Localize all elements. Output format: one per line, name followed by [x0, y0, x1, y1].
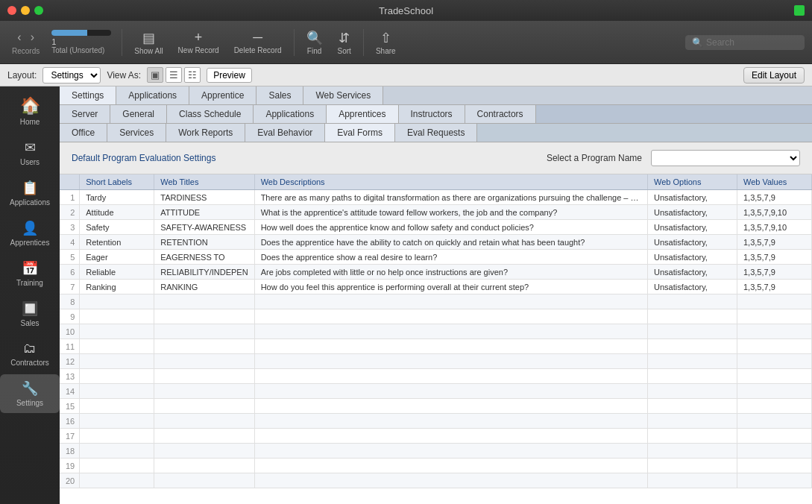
cell-web-desc[interactable]: [254, 414, 647, 429]
sidebar-item-users[interactable]: ✉ Users: [0, 133, 60, 172]
cell-short[interactable]: Reliable: [80, 265, 154, 280]
cell-short[interactable]: Eager: [80, 250, 154, 265]
tab-eval-forms[interactable]: Eval Forms: [325, 124, 395, 142]
cell-web-title[interactable]: RELIABILITY/INDEPEN: [154, 265, 254, 280]
cell-web-values[interactable]: 1,3,5,7,9: [737, 280, 812, 294]
cell-web-title[interactable]: [154, 473, 254, 488]
find-button[interactable]: 🔍 Find: [300, 27, 329, 58]
cell-web-title[interactable]: [154, 429, 254, 444]
cell-short[interactable]: [80, 339, 154, 354]
cell-web-values[interactable]: [737, 473, 812, 488]
cell-short[interactable]: [80, 294, 154, 309]
cell-web-title[interactable]: RANKING: [154, 280, 254, 294]
cell-web-options[interactable]: Unsatisfactory,: [648, 205, 737, 220]
tab-office[interactable]: Office: [60, 124, 107, 142]
cell-short[interactable]: [80, 429, 154, 444]
cell-web-options[interactable]: [648, 473, 737, 488]
cell-web-options[interactable]: Unsatisfactory,: [648, 250, 737, 265]
cell-web-options[interactable]: [648, 354, 737, 369]
cell-short[interactable]: [80, 399, 154, 414]
sidebar-item-settings[interactable]: 🔧 Settings: [0, 374, 60, 413]
cell-web-values[interactable]: 1,3,5,7,9,10: [737, 220, 812, 235]
cell-web-title[interactable]: TARDINESS: [154, 190, 254, 205]
cell-short[interactable]: Retention: [80, 235, 154, 250]
cell-web-values[interactable]: [737, 354, 812, 369]
cell-web-desc[interactable]: [254, 294, 647, 309]
tab-web-services[interactable]: Web Services: [303, 86, 383, 104]
tab-apprentice[interactable]: Apprentice: [189, 86, 256, 104]
search-box[interactable]: 🔍: [685, 35, 805, 50]
cell-web-options[interactable]: [648, 324, 737, 339]
cell-web-title[interactable]: ATTITUDE: [154, 205, 254, 220]
cell-short[interactable]: [80, 384, 154, 399]
sidebar-item-contractors[interactable]: 🗂 Contractors: [0, 335, 60, 373]
cell-web-options[interactable]: [648, 399, 737, 414]
cell-web-desc[interactable]: How do you feel this apprentice is perfo…: [254, 280, 647, 294]
cell-short[interactable]: [80, 309, 154, 324]
cell-web-values[interactable]: [737, 339, 812, 354]
cell-web-desc[interactable]: What is the apprentice's attitude toward…: [254, 205, 647, 220]
cell-short[interactable]: Tardy: [80, 190, 154, 205]
cell-web-options[interactable]: Unsatisfactory,: [648, 235, 737, 250]
close-button[interactable]: [7, 6, 16, 15]
cell-web-title[interactable]: [154, 309, 254, 324]
minimize-button[interactable]: [21, 6, 30, 15]
cell-web-values[interactable]: 1,3,5,7,9: [737, 190, 812, 205]
cell-web-values[interactable]: [737, 309, 812, 324]
cell-web-options[interactable]: Unsatisfactory,: [648, 280, 737, 294]
tab-general[interactable]: General: [110, 105, 167, 123]
cell-short[interactable]: Ranking: [80, 280, 154, 294]
cell-web-values[interactable]: [737, 384, 812, 399]
cell-web-title[interactable]: [154, 384, 254, 399]
cell-web-values[interactable]: [737, 369, 812, 384]
cell-web-values[interactable]: [737, 444, 812, 459]
cell-web-title[interactable]: [154, 444, 254, 459]
cell-web-desc[interactable]: Are jobs completed with little or no hel…: [254, 265, 647, 280]
cell-web-values[interactable]: [737, 429, 812, 444]
sidebar-item-apprentices[interactable]: 👤 Apprentices: [0, 214, 60, 253]
cell-web-options[interactable]: [648, 384, 737, 399]
cell-web-values[interactable]: [737, 324, 812, 339]
share-button[interactable]: ⇧ Share: [370, 27, 402, 58]
cell-short[interactable]: [80, 369, 154, 384]
cell-web-title[interactable]: [154, 459, 254, 473]
cell-web-desc[interactable]: There are as many paths to digital trans…: [254, 190, 647, 205]
view-form-button[interactable]: ▣: [147, 67, 163, 83]
cell-short[interactable]: [80, 473, 154, 488]
cell-web-desc[interactable]: Does the apprentice have the ability to …: [254, 235, 647, 250]
cell-short[interactable]: [80, 444, 154, 459]
cell-web-desc[interactable]: [254, 429, 647, 444]
cell-web-values[interactable]: [737, 399, 812, 414]
cell-web-desc[interactable]: [254, 354, 647, 369]
tab-sales[interactable]: Sales: [256, 86, 303, 104]
cell-web-title[interactable]: [154, 294, 254, 309]
cell-web-desc[interactable]: Does the apprentice show a real desire t…: [254, 250, 647, 265]
cell-web-title[interactable]: EAGERNESS TO: [154, 250, 254, 265]
cell-web-values[interactable]: 1,3,5,7,9: [737, 265, 812, 280]
tab-instructors[interactable]: Instructors: [399, 105, 465, 123]
cell-web-options[interactable]: [648, 444, 737, 459]
cell-web-options[interactable]: [648, 339, 737, 354]
delete-record-button[interactable]: ─ Delete Record: [228, 27, 288, 57]
sidebar-item-sales[interactable]: 🔲 Sales: [0, 294, 60, 333]
fullscreen-button[interactable]: [794, 5, 805, 16]
view-list-button[interactable]: ☰: [166, 67, 182, 83]
cell-web-desc[interactable]: [254, 369, 647, 384]
cell-web-desc[interactable]: [254, 459, 647, 473]
tab-apprentices[interactable]: Apprentices: [327, 105, 398, 123]
sort-button[interactable]: ⇵ Sort: [332, 27, 357, 58]
tab-applications-2[interactable]: Applications: [254, 105, 327, 123]
cell-web-options[interactable]: [648, 369, 737, 384]
cell-web-options[interactable]: [648, 459, 737, 473]
new-record-button[interactable]: + New Record: [172, 27, 225, 57]
tab-settings[interactable]: Settings: [60, 86, 116, 104]
show-all-button[interactable]: ▤ Show All: [128, 27, 169, 58]
cell-web-title[interactable]: SAFETY-AWARENESS: [154, 220, 254, 235]
cell-web-desc[interactable]: [254, 473, 647, 488]
cell-web-desc[interactable]: [254, 384, 647, 399]
back-button[interactable]: ‹: [14, 29, 24, 45]
layout-select[interactable]: Settings: [43, 67, 101, 84]
forward-button[interactable]: ›: [28, 29, 37, 45]
cell-web-title[interactable]: [154, 399, 254, 414]
preview-button[interactable]: Preview: [207, 68, 252, 83]
